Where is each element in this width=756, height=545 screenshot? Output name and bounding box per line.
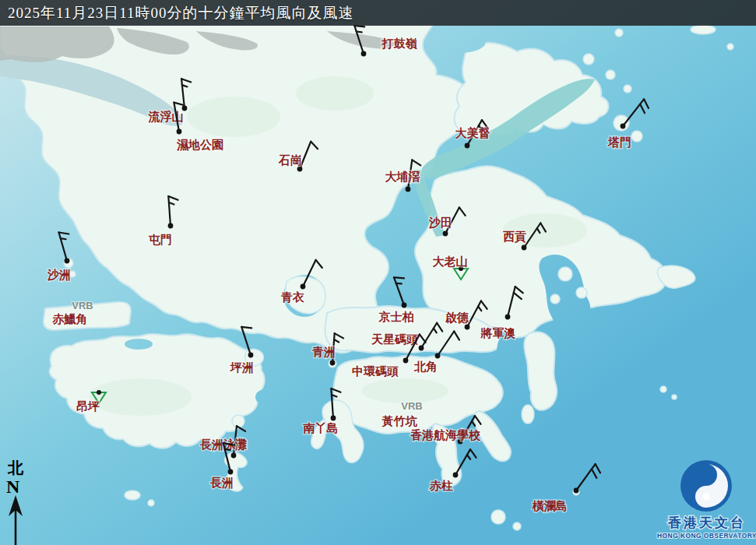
station-dot [574, 488, 579, 494]
station-label: 赤鱲角 [52, 313, 88, 325]
island-tap-mun-2 [631, 131, 642, 142]
station-label: 南丫島 [303, 422, 339, 434]
station-dot [443, 231, 448, 237]
station-dot [453, 473, 459, 478]
station-dot [435, 353, 441, 359]
station-label: 將軍澳 [480, 327, 516, 339]
station-label: 橫瀾島 [532, 500, 568, 512]
station-dot [228, 469, 234, 475]
island-soko-1 [125, 490, 140, 500]
station-label: 香港航海學校 [410, 428, 481, 441]
island-tap-mun-1 [614, 115, 629, 131]
station-label: 沙洲 [47, 269, 71, 281]
station-label: 石崗 [278, 154, 302, 167]
station-dot [248, 353, 254, 358]
station-dot [331, 416, 336, 421]
wind-barb-halftick [396, 283, 402, 284]
water-starling-inlet [433, 31, 486, 53]
hko-logo-en: HONG KONG OBSERVATORY [657, 532, 756, 540]
station-dot [177, 129, 182, 135]
wind-barb-halftick [61, 238, 66, 239]
wind-barb-halftick [225, 449, 230, 450]
map-title: 2025年11月23日11時00分的十分鐘平均風向及風速 [8, 5, 354, 21]
vrb-indicator: VRB [72, 300, 93, 311]
station-label: 大埔滘 [385, 171, 420, 183]
wind-barb-halftick [357, 31, 362, 32]
station-label: 屯門 [148, 234, 172, 246]
island-ninepin-1 [660, 386, 666, 392]
hko-emblem-dot-top [703, 472, 710, 479]
station-label: 赤柱 [429, 480, 453, 492]
title-bar: 2025年11月23日11時00分的十分鐘平均風向及風速 [0, 0, 756, 26]
island-ninepin-2 [672, 395, 677, 399]
island-port-shelter-3 [550, 294, 560, 304]
island-hei-ling-chau [232, 415, 244, 427]
station-dot [301, 284, 306, 290]
station-label: 青衣 [280, 290, 304, 304]
station-dot [522, 245, 527, 251]
vrb-indicator: VRB [401, 400, 422, 412]
island-port-shelter-1 [558, 267, 572, 281]
island-double-haven-3 [624, 85, 631, 93]
station-label: 長洲 [209, 476, 234, 489]
station-dot [465, 325, 470, 330]
station-label: 濕地公園 [176, 139, 223, 151]
wind-barb-tick [394, 277, 404, 278]
station-label: 昂坪 [76, 400, 100, 413]
water-tung-chung-bay [125, 339, 153, 350]
hko-emblem-dot-bottom [703, 494, 710, 501]
island-soko-2 [148, 500, 154, 506]
station-dot [65, 258, 70, 264]
station-label: 坪洲 [230, 361, 254, 374]
station-dot [419, 346, 424, 351]
island-mirs-bay-2 [691, 25, 716, 34]
hko-logo-zh: 香港天文台 [667, 515, 746, 530]
compass-north-en: N [6, 476, 20, 497]
water-silvermine-bay [255, 389, 274, 405]
station-dot [231, 453, 237, 459]
island-po-toi-2 [513, 522, 521, 530]
station-label: 西貢 [503, 230, 526, 244]
station-label: 黃竹坑 [382, 415, 418, 427]
station-dot [621, 124, 626, 129]
compass-north-zh: 北 [7, 459, 24, 476]
station-dot [465, 143, 470, 149]
island-po-toi-1 [491, 510, 505, 524]
station-label: 大老山 [433, 255, 468, 268]
station-dot [361, 51, 367, 57]
station-dot [403, 358, 409, 364]
station-label: 沙田 [428, 216, 452, 229]
station-label: 天星碼頭 [371, 333, 418, 346]
station-label: 打鼓嶺 [382, 37, 418, 50]
station-dot [297, 167, 303, 172]
station-label: 大美督 [455, 126, 491, 139]
station-dot [402, 303, 407, 308]
map-canvas: 打鼓嶺流浮山濕地公園石崗大美督塔門大埔滘沙田屯門西貢沙洲大老山青衣VRB赤鱲角京… [0, 0, 756, 545]
station-dot [168, 223, 174, 229]
station-dot [97, 390, 101, 395]
station-dot [406, 187, 411, 192]
station-label: 中環碼頭 [352, 365, 399, 378]
island-double-haven-1 [583, 54, 594, 65]
island-mirs-bay-3 [727, 44, 733, 50]
station-label: 北角 [413, 360, 438, 373]
station-dot [330, 360, 336, 366]
station-dot [505, 315, 511, 320]
station-label: 京士柏 [378, 311, 414, 323]
island-port-shelter-2 [576, 287, 587, 298]
wind-map-screen: 打鼓嶺流浮山濕地公園石崗大美督塔門大埔滘沙田屯門西貢沙洲大老山青衣VRB赤鱲角京… [0, 0, 756, 545]
station-label: 塔門 [607, 136, 631, 149]
station-label: 青洲 [311, 346, 336, 358]
island-double-haven-2 [606, 70, 615, 79]
station-label: 啟德 [445, 311, 469, 324]
island-mirs-bay-1 [615, 29, 623, 37]
island-tung-lung [522, 405, 534, 424]
